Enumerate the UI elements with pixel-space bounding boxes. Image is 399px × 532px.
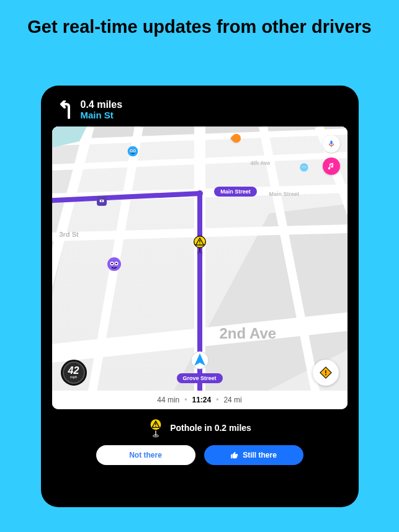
voice-search-button[interactable] xyxy=(323,135,340,153)
separator-dot: • xyxy=(216,396,218,404)
promo-headline: Get real-time updates from other drivers xyxy=(0,0,399,49)
report-diamond-icon xyxy=(319,366,333,379)
svg-point-14 xyxy=(133,150,135,151)
hazard-pin-icon xyxy=(148,418,164,438)
svg-point-24 xyxy=(305,167,305,167)
thumbs-up-icon xyxy=(230,451,239,459)
speedometer-badge: 42 mph xyxy=(61,360,87,386)
route-label-grove: Grove Street xyxy=(176,373,222,383)
report-hazard-button[interactable] xyxy=(313,360,339,386)
hazard-alert-text: Pothole in 0.2 miles xyxy=(170,423,251,433)
svg-point-35 xyxy=(325,374,326,375)
svg-point-15 xyxy=(107,257,121,271)
microphone-icon xyxy=(327,140,336,148)
nav-road-name: Main St xyxy=(81,110,123,121)
hazard-alert: Pothole in 0.2 miles xyxy=(52,409,347,443)
eta-distance: 24 mi xyxy=(223,396,241,404)
music-button[interactable] xyxy=(323,157,340,175)
wazer-avatar-icon[interactable] xyxy=(107,257,122,272)
turn-left-arrow-icon xyxy=(57,100,73,119)
svg-point-20 xyxy=(300,163,308,171)
svg-point-9 xyxy=(101,200,102,202)
wazer-avatar-icon[interactable] xyxy=(127,145,139,157)
nav-distance: 0.4 miles xyxy=(81,99,123,110)
not-there-label: Not there xyxy=(129,451,162,459)
svg-point-10 xyxy=(127,146,138,157)
eta-arrival-time: 11:24 xyxy=(192,396,211,404)
current-location-arrow-icon xyxy=(191,351,209,370)
hazard-pin-icon[interactable] xyxy=(191,236,209,254)
still-there-label: Still there xyxy=(243,451,277,459)
eta-duration: 44 min xyxy=(157,396,179,404)
music-note-icon xyxy=(327,162,336,171)
street-label-2nd-ave: 2nd Ave xyxy=(220,325,277,342)
route-label-main: Main Street xyxy=(214,187,257,197)
speed-camera-icon[interactable] xyxy=(97,196,107,206)
svg-point-19 xyxy=(115,263,117,265)
device-frame: 0.4 miles Main St xyxy=(41,86,359,507)
svg-point-13 xyxy=(130,150,132,151)
svg-point-5 xyxy=(197,190,203,197)
street-label-3rd-st: 3rd St xyxy=(60,231,79,238)
svg-point-30 xyxy=(199,243,200,244)
map-viewport[interactable]: 2nd Ave 3rd St 4th Ave Main Street Main … xyxy=(52,126,347,409)
alert-actions: Not there Still there xyxy=(52,443,347,465)
navigation-header: 0.4 miles Main St xyxy=(52,98,347,126)
svg-point-41 xyxy=(155,426,156,427)
still-there-button[interactable]: Still there xyxy=(204,445,303,465)
street-label-4th-ave: 4th Ave xyxy=(251,160,271,166)
street-label-main: Main Street xyxy=(269,191,300,197)
speed-value: 42 xyxy=(68,366,79,375)
eta-bar[interactable]: 44 min • 11:24 • 24 mi xyxy=(52,391,347,409)
separator-dot: • xyxy=(184,396,187,404)
svg-rect-6 xyxy=(330,141,333,144)
speed-unit: mph xyxy=(70,375,78,379)
svg-point-23 xyxy=(302,167,303,167)
wazer-avatar-icon[interactable] xyxy=(299,162,309,172)
svg-point-18 xyxy=(111,263,113,265)
not-there-button[interactable]: Not there xyxy=(96,445,195,465)
